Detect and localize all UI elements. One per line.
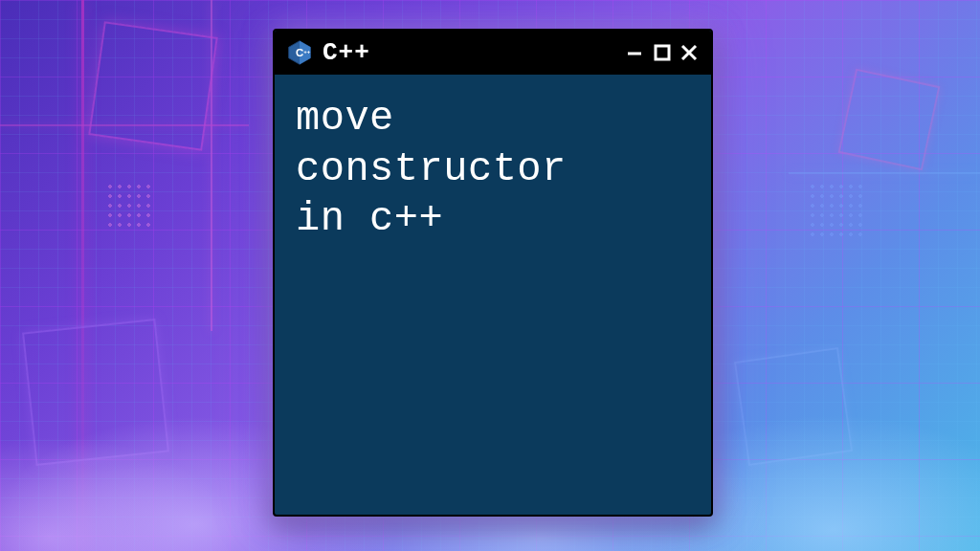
content-line-3: in c++: [296, 194, 690, 245]
svg-rect-6: [656, 46, 669, 59]
terminal-window: C + + C++ move constructor in c++: [273, 29, 713, 517]
svg-text:C: C: [296, 47, 303, 58]
minimize-button[interactable]: [625, 42, 646, 63]
window-controls: [625, 42, 700, 63]
content-line-1: move: [296, 94, 690, 144]
window-title: C++: [323, 38, 615, 67]
terminal-content: move constructor in c++: [275, 75, 711, 264]
cpp-logo-icon: C + +: [286, 39, 313, 66]
content-line-2: constructor: [296, 144, 690, 195]
close-button[interactable]: [679, 42, 700, 63]
titlebar[interactable]: C + + C++: [275, 31, 711, 75]
maximize-button[interactable]: [652, 42, 673, 63]
svg-text:+: +: [307, 48, 311, 55]
